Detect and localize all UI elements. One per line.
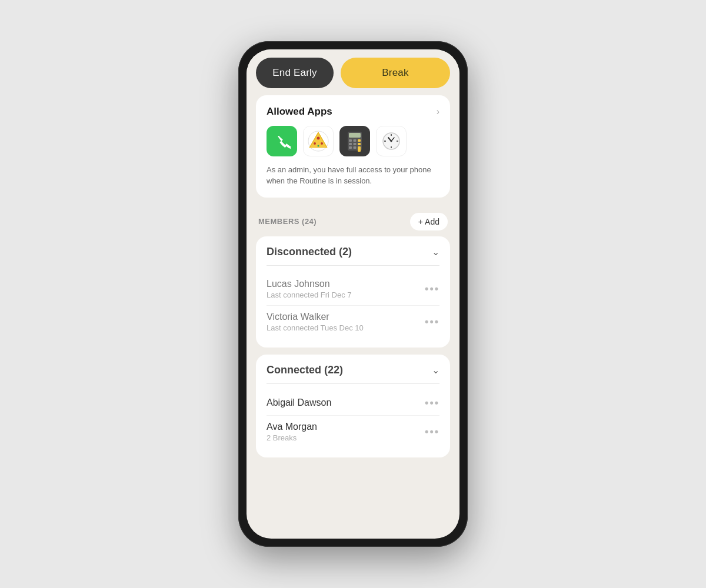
svg-rect-9 bbox=[358, 139, 361, 142]
top-action-bar: End Early Break bbox=[247, 49, 459, 95]
connected-group-header: Connected (22) ⌄ bbox=[267, 364, 439, 376]
svg-point-4 bbox=[318, 145, 319, 147]
svg-rect-11 bbox=[354, 143, 357, 145]
app-icon-clock[interactable] bbox=[376, 126, 407, 156]
allowed-apps-header: Allowed Apps › bbox=[267, 106, 439, 118]
app-icon-phone[interactable] bbox=[267, 126, 297, 156]
allowed-apps-title: Allowed Apps bbox=[267, 106, 332, 118]
member-sub-lucas: Last connected Fri Dec 7 bbox=[267, 290, 352, 299]
member-name-lucas: Lucas Johnson bbox=[267, 279, 352, 289]
member-row-victoria: Victoria Walker Last connected Tues Dec … bbox=[267, 306, 439, 338]
member-row-lucas: Lucas Johnson Last connected Fri Dec 7 •… bbox=[267, 273, 439, 305]
member-row-abigail: Abigail Dawson ••• bbox=[267, 391, 439, 415]
members-section-header: MEMBERS (24) + Add bbox=[256, 205, 450, 236]
member-more-ava[interactable]: ••• bbox=[425, 426, 439, 438]
svg-rect-13 bbox=[349, 146, 352, 149]
disconnected-group-header: Disconnected (2) ⌄ bbox=[267, 246, 439, 258]
member-name-victoria: Victoria Walker bbox=[267, 312, 364, 322]
connected-divider-top bbox=[267, 383, 439, 384]
svg-rect-14 bbox=[354, 146, 357, 149]
member-info-victoria: Victoria Walker Last connected Tues Dec … bbox=[267, 312, 364, 332]
member-info-ava: Ava Morgan 2 Breaks bbox=[267, 422, 317, 442]
member-info-abigail: Abigail Dawson bbox=[267, 397, 331, 408]
connected-group-card: Connected (22) ⌄ Abigail Dawson ••• Ava … bbox=[256, 355, 450, 457]
member-info-lucas: Lucas Johnson Last connected Fri Dec 7 bbox=[267, 279, 352, 299]
disconnected-chevron-icon[interactable]: ⌄ bbox=[432, 246, 439, 258]
member-name-ava: Ava Morgan bbox=[267, 422, 317, 432]
connected-chevron-icon[interactable]: ⌄ bbox=[432, 365, 439, 376]
svg-point-1 bbox=[317, 137, 320, 140]
members-label: MEMBERS (24) bbox=[258, 217, 317, 226]
svg-rect-7 bbox=[349, 139, 352, 142]
member-name-abigail: Abigail Dawson bbox=[267, 397, 331, 408]
allowed-apps-card: Allowed Apps › bbox=[256, 95, 450, 198]
svg-rect-15 bbox=[358, 146, 361, 152]
svg-point-3 bbox=[321, 142, 323, 145]
member-sub-victoria: Last connected Tues Dec 10 bbox=[267, 323, 364, 332]
disconnected-divider-top bbox=[267, 265, 439, 266]
member-more-lucas[interactable]: ••• bbox=[425, 283, 439, 295]
member-row-ava: Ava Morgan 2 Breaks ••• bbox=[267, 416, 439, 448]
member-more-victoria[interactable]: ••• bbox=[425, 316, 439, 328]
phone-screen: End Early Break Allowed Apps › bbox=[247, 49, 459, 539]
disconnected-group-title: Disconnected (2) bbox=[267, 246, 352, 258]
connected-group-title: Connected (22) bbox=[267, 364, 343, 376]
add-member-button[interactable]: + Add bbox=[410, 213, 448, 230]
app-icon-pizza[interactable] bbox=[303, 126, 334, 156]
member-more-abigail[interactable]: ••• bbox=[425, 397, 439, 409]
svg-rect-12 bbox=[358, 143, 361, 145]
svg-rect-6 bbox=[349, 133, 361, 138]
end-early-button[interactable]: End Early bbox=[256, 58, 334, 88]
disconnected-group-card: Disconnected (2) ⌄ Lucas Johnson Last co… bbox=[256, 236, 450, 348]
svg-rect-8 bbox=[354, 139, 357, 142]
main-content: Allowed Apps › bbox=[247, 95, 459, 476]
svg-point-2 bbox=[314, 142, 316, 145]
app-icon-calculator[interactable] bbox=[339, 126, 370, 156]
break-button[interactable]: Break bbox=[341, 58, 450, 88]
allowed-apps-chevron[interactable]: › bbox=[437, 106, 439, 117]
svg-rect-10 bbox=[349, 143, 352, 145]
admin-note: As an admin, you have full access to you… bbox=[267, 165, 439, 187]
app-icons-row bbox=[267, 126, 439, 156]
member-sub-ava: 2 Breaks bbox=[267, 433, 317, 442]
phone-frame: End Early Break Allowed Apps › bbox=[238, 41, 468, 547]
